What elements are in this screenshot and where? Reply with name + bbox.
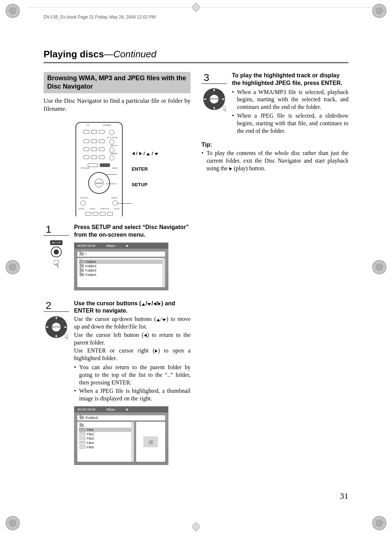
setup-button-label: SETUP (50, 240, 63, 245)
list-item: .. (85, 424, 87, 427)
registration-mark (372, 4, 387, 18)
dpad-icon: ENTER ☟ (45, 316, 67, 338)
remote-topmenu-label: TOP MENU (81, 167, 90, 169)
jpeg-icon: JPEG (79, 441, 85, 444)
jpeg-icon: JPEG (79, 428, 85, 431)
remote-display-label: DISPLAY (76, 144, 122, 147)
intro-text: Use the Disc Navigator to find a particu… (44, 97, 191, 113)
thumbnail-icon: ▦ (143, 436, 158, 447)
tip-label: Tip: (201, 142, 348, 148)
ss-folder-list: Folder1 Folder2 Folder3 Folder4 (77, 258, 165, 287)
jpeg-icon: JPEG (79, 445, 85, 449)
list-item: File3 (87, 437, 94, 440)
step-2: 2 ENTER ☟ Use the cursor buttons (///) a… (44, 300, 191, 469)
ss-path: \Folder2\ (85, 416, 98, 420)
remote-diagram: ON STANDBY PLAY MODE DISPLAY DIMMER TOP … (44, 122, 191, 216)
step2-bullets: You can also return to the parent folder… (74, 364, 191, 403)
list-item: File1 (87, 428, 94, 432)
enter-label: ENTER (210, 95, 219, 103)
jpeg-icon: JPEG (79, 437, 85, 440)
screenshot-disc-nav-files: 00:00/ 00:00 0kbps ■ \Folder2\ .. JPEGFi… (74, 406, 168, 465)
remote-return-label: RETURN (81, 197, 88, 199)
enter-label: ENTER (52, 323, 61, 331)
jpeg-icon: JPEG (79, 432, 85, 436)
scrollbar (131, 422, 134, 462)
left-column: Browsing WMA, MP3 and JPEG files with th… (44, 72, 191, 474)
list-item: You can also return to the parent folder… (74, 364, 191, 386)
ss-time: 00:00/ 00:00 (77, 408, 95, 411)
list-item: File5 (87, 445, 94, 449)
remote-angle-label: ANGLE (89, 208, 95, 210)
screenshot-disc-nav-folders: 00:00/ 00:00 0kbps ■ \ Folder1 Folder2 F… (74, 242, 168, 290)
ss-bitrate: 0kbps (106, 408, 115, 411)
callout-enter: ENTER (132, 166, 159, 172)
right-column: 3 ENTER ☟ To play the highlighted track … (201, 72, 348, 474)
folder-icon (79, 269, 84, 272)
remote-on-label: ON (87, 124, 90, 126)
registration-mark (5, 516, 20, 530)
hand-icon: ☟ (53, 259, 60, 270)
section-title: Playing discs—Continued (44, 49, 348, 63)
ss-stop-icon: ■ (126, 244, 128, 248)
tip-bullets: To play the contents of the whole disc r… (201, 150, 348, 172)
scrollbar (162, 258, 165, 287)
trim-line (27, 7, 379, 8)
step3-bullets: When a WMA/MP3 file is selected, playbac… (232, 89, 348, 135)
list-item: File4 (87, 441, 94, 445)
remote-standby-label: STANDBY (103, 124, 111, 126)
remote-outline: ON STANDBY PLAY MODE DISPLAY DIMMER TOP … (75, 122, 123, 216)
list-item: When a JPEG file is selected, a slidesho… (232, 112, 348, 135)
remote-enter-label: ENTER (95, 179, 103, 187)
remote-audio-label: AUDIO (79, 208, 85, 210)
topic-banner: Browsing WMA, MP3 and JPEG files with th… (44, 72, 191, 93)
remote-playmode-label: PLAY MODE (76, 136, 122, 139)
folder-icon (79, 424, 84, 427)
ss-thumbnail-preview: ▦ (136, 422, 165, 462)
play-icon (229, 167, 232, 171)
hand-icon: ☟ (64, 333, 69, 342)
list-item: When a JPEG file is highlighted, a thumb… (74, 387, 191, 403)
remote-callouts: / / / ENTER SETUP (132, 151, 159, 187)
folder-icon (79, 260, 84, 263)
list-item: To play the contents of the whole disc r… (201, 150, 348, 172)
callout-arrows: / / / (132, 151, 159, 156)
folder-icon (79, 416, 84, 419)
list-item: Folder3 (85, 269, 97, 272)
dpad-icon: ENTER ☟ (203, 88, 225, 110)
step3-heading: To play the highlighted track or display… (232, 72, 348, 87)
step2-heading: Use the cursor buttons (///) and ENTER t… (74, 300, 191, 315)
folder-icon (79, 273, 84, 276)
page-content: DV-L55_En.book Page 31 Friday, May 28, 2… (44, 15, 348, 515)
remote-setup-label: SETUP (111, 197, 118, 199)
book-header: DV-L55_En.book Page 31 Friday, May 28, 2… (44, 15, 348, 27)
hand-icon: ☟ (222, 105, 226, 114)
registration-mark (5, 260, 20, 274)
list-item: Folder4 (85, 273, 97, 277)
ss-file-list: .. JPEGFile1 JPEGFile2 JPEGFile3 JPEGFil… (77, 422, 134, 462)
folder-icon (79, 264, 84, 268)
step1-heading: Press SETUP and select “Disc Navigator” … (74, 224, 191, 239)
ss-stop-icon: ■ (126, 408, 128, 411)
list-item: Folder1 (85, 260, 97, 264)
ss-path: \ (85, 252, 86, 256)
step2-body3: Use ENTER or cursor right () to open a h… (74, 347, 191, 362)
step2-body2: Use the cursor left button () to return … (74, 331, 191, 347)
step-number: 2 (44, 300, 69, 312)
section-title-continued: —Continued (104, 49, 156, 60)
registration-mark (372, 516, 387, 530)
remote-subtitle-label: SUBTITLE (100, 208, 109, 210)
folder-icon (79, 252, 84, 256)
remote-dimmer-label: DIMMER (76, 152, 122, 155)
list-item: Folder2 (85, 264, 97, 268)
setup-button-icon: SETUP ☟ (44, 239, 69, 270)
ss-time: 00:00/ 00:00 (77, 244, 95, 248)
list-item: File2 (87, 432, 94, 436)
ss-bitrate: 0kbps (106, 244, 115, 248)
section-title-main: Playing discs (44, 49, 104, 60)
remote-menu-label: MENU (112, 167, 118, 169)
page-number: 31 (340, 491, 348, 501)
callout-setup: SETUP (132, 182, 159, 187)
crop-center-mark (191, 521, 201, 532)
remote-dpad: ENTER (88, 172, 110, 194)
registration-mark (5, 4, 20, 18)
